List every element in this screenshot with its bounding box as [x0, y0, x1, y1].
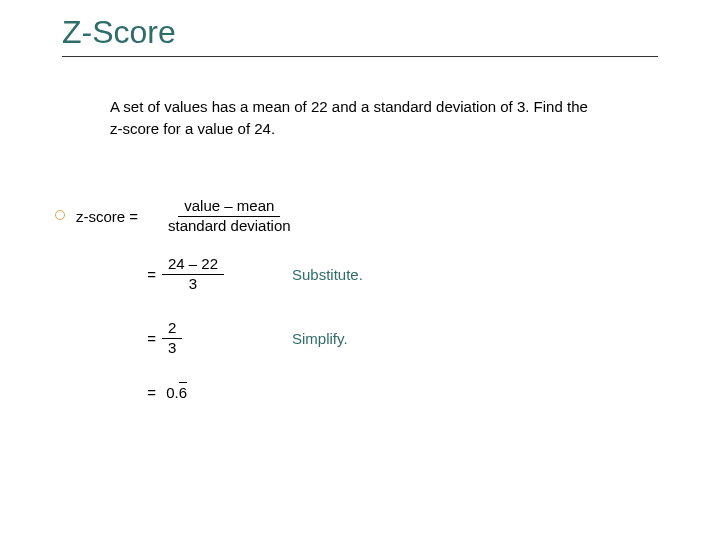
result-repeating: 6 [179, 384, 187, 401]
equals-sign: = [138, 384, 162, 401]
equals-sign: = [138, 266, 162, 283]
problem-line1: A set of values has a mean of 22 and a s… [110, 98, 588, 115]
step2-fraction: 2 3 [162, 320, 182, 356]
step2-numerator: 2 [162, 320, 182, 339]
step1-annotation: Substitute. [292, 266, 363, 283]
problem-text: A set of values has a mean of 22 and a s… [110, 96, 650, 140]
formula-row: z-score = value – mean standard deviatio… [76, 198, 297, 262]
step1-fraction: 24 – 22 3 [162, 256, 224, 292]
result-value: 0.6 [162, 384, 252, 401]
problem-line2: z-score for a value of 24. [110, 120, 275, 137]
steps: = 24 – 22 3 Substitute. = 2 3 Simplify. … [138, 256, 363, 429]
step2-annotation: Simplify. [292, 330, 348, 347]
title-underline [62, 56, 658, 57]
bullet-icon [55, 210, 65, 220]
step-simplify: = 2 3 Simplify. [138, 320, 363, 356]
slide-title: Z-Score [62, 14, 176, 51]
result-prefix: 0. [166, 384, 179, 401]
formula-numerator: value – mean [178, 198, 280, 217]
step-result: = 0.6 [138, 384, 363, 401]
formula-fraction: value – mean standard deviation [162, 198, 297, 234]
step-substitute: = 24 – 22 3 Substitute. [138, 256, 363, 292]
step1-numerator: 24 – 22 [162, 256, 224, 275]
formula-lhs: z-score = [76, 208, 162, 225]
slide: Z-Score A set of values has a mean of 22… [0, 0, 720, 540]
step1-denominator: 3 [183, 275, 203, 293]
formula-denominator: standard deviation [162, 217, 297, 235]
step2-denominator: 3 [162, 339, 182, 357]
equals-sign: = [138, 330, 162, 347]
